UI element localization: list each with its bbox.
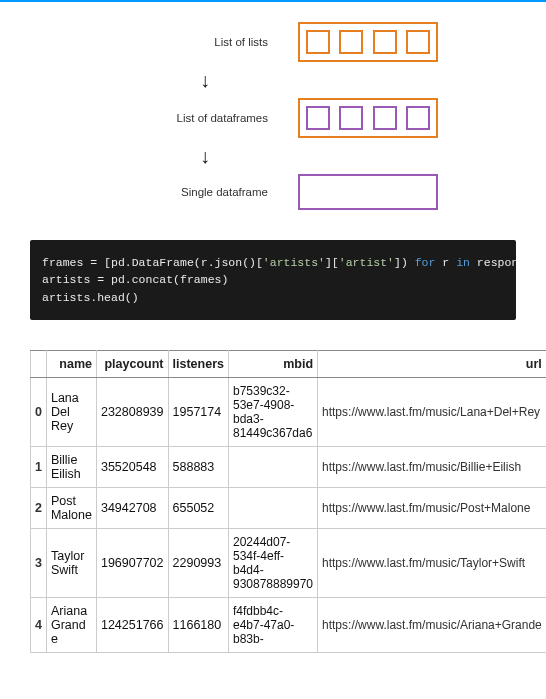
cell-mbid: 20244d07-534f-4eff-b4d4-930878889970: [228, 528, 317, 597]
col-header-mbid: mbid: [228, 350, 317, 377]
cell-mbid: b7539c32-53e7-4908-bda3-81449c367da6: [228, 377, 317, 446]
list-item-box: [306, 30, 330, 54]
list-of-lists-box: [298, 22, 438, 62]
code-text: responses]: [470, 256, 516, 269]
list-item-box: [339, 30, 363, 54]
table-row: 0Lana Del Rey2328089391957174b7539c32-53…: [31, 377, 547, 446]
diagram-arrow-1: ↓: [0, 70, 546, 90]
cell-listeners: 1957174: [168, 377, 228, 446]
cell-playcount: 232808939: [96, 377, 168, 446]
table-row: 2Post Malone34942708655052https://www.la…: [31, 487, 547, 528]
cell-playcount: 196907702: [96, 528, 168, 597]
cell-listeners: 655052: [168, 487, 228, 528]
dataframe-item-box: [306, 106, 330, 130]
cell-index: 2: [31, 487, 47, 528]
col-header-listeners: listeners: [168, 350, 228, 377]
table-header: name playcount listeners mbid url stream…: [31, 350, 547, 377]
cell-name: Ariana Grande: [46, 597, 96, 652]
col-header-name: name: [46, 350, 96, 377]
code-text: frames = [pd.DataFrame(r.json()[: [42, 256, 263, 269]
cell-name: Post Malone: [46, 487, 96, 528]
col-header-url: url: [318, 350, 546, 377]
list-item-box: [406, 30, 430, 54]
cell-mbid: f4fdbb4c-e4b7-47a0-b83b-: [228, 597, 317, 652]
cell-url: https://www.last.fm/music/Billie+Eilish: [318, 446, 546, 487]
cell-index: 3: [31, 528, 47, 597]
cell-mbid: [228, 487, 317, 528]
code-text: ]): [394, 256, 415, 269]
single-dataframe-box: [298, 174, 438, 210]
code-keyword: in: [456, 256, 470, 269]
diagram-row-1: List of lists: [0, 22, 546, 62]
cell-url: https://www.last.fm/music/Ariana+Grande: [318, 597, 546, 652]
table-row: 3Taylor Swift196907702229099320244d07-53…: [31, 528, 547, 597]
col-header-playcount: playcount: [96, 350, 168, 377]
diagram-label-3: Single dataframe: [108, 186, 268, 198]
dataframe-item-box: [406, 106, 430, 130]
diagram-row-3: Single dataframe: [0, 174, 546, 210]
cell-playcount: 35520548: [96, 446, 168, 487]
dataframe-item-box: [373, 106, 397, 130]
code-string: 'artist': [339, 256, 394, 269]
cell-name: Taylor Swift: [46, 528, 96, 597]
down-arrow-icon: ↓: [190, 146, 330, 166]
code-line: artists.head(): [42, 291, 139, 304]
cell-listeners: 1166180: [168, 597, 228, 652]
cell-url: https://www.last.fm/music/Lana+Del+Rey: [318, 377, 546, 446]
list-item-box: [373, 30, 397, 54]
table-row: 4Ariana Grande1242517661166180f4fdbb4c-e…: [31, 597, 547, 652]
cell-url: https://www.last.fm/music/Post+Malone: [318, 487, 546, 528]
code-keyword: for: [415, 256, 436, 269]
cell-playcount: 34942708: [96, 487, 168, 528]
cell-mbid: [228, 446, 317, 487]
code-text: r: [435, 256, 456, 269]
code-string: 'artists': [263, 256, 325, 269]
down-arrow-icon: ↓: [190, 70, 330, 90]
list-of-dataframes-box: [298, 98, 438, 138]
cell-index: 1: [31, 446, 47, 487]
diagram-arrow-2: ↓: [0, 146, 546, 166]
table-output: name playcount listeners mbid url stream…: [30, 350, 546, 653]
cell-name: Billie Eilish: [46, 446, 96, 487]
cell-url: https://www.last.fm/music/Taylor+Swift: [318, 528, 546, 597]
cell-listeners: 2290993: [168, 528, 228, 597]
table-row: 1Billie Eilish35520548588883https://www.…: [31, 446, 547, 487]
diagram-label-2: List of dataframes: [108, 112, 268, 124]
cell-index: 0: [31, 377, 47, 446]
col-header-index: [31, 350, 47, 377]
table-header-row: name playcount listeners mbid url stream…: [31, 350, 547, 377]
code-line: artists = pd.concat(frames): [42, 273, 228, 286]
cell-name: Lana Del Rey: [46, 377, 96, 446]
dataframe-table: name playcount listeners mbid url stream…: [30, 350, 546, 653]
diagram-label-1: List of lists: [108, 36, 268, 48]
diagram-row-2: List of dataframes: [0, 98, 546, 138]
cell-playcount: 124251766: [96, 597, 168, 652]
code-text: ][: [325, 256, 339, 269]
diagram: List of lists ↓ List of dataframes ↓ Sin…: [0, 2, 546, 240]
table-body: 0Lana Del Rey2328089391957174b7539c32-53…: [31, 377, 547, 652]
dataframe-item-box: [339, 106, 363, 130]
cell-listeners: 588883: [168, 446, 228, 487]
code-block: frames = [pd.DataFrame(r.json()['artists…: [30, 240, 516, 320]
cell-index: 4: [31, 597, 47, 652]
